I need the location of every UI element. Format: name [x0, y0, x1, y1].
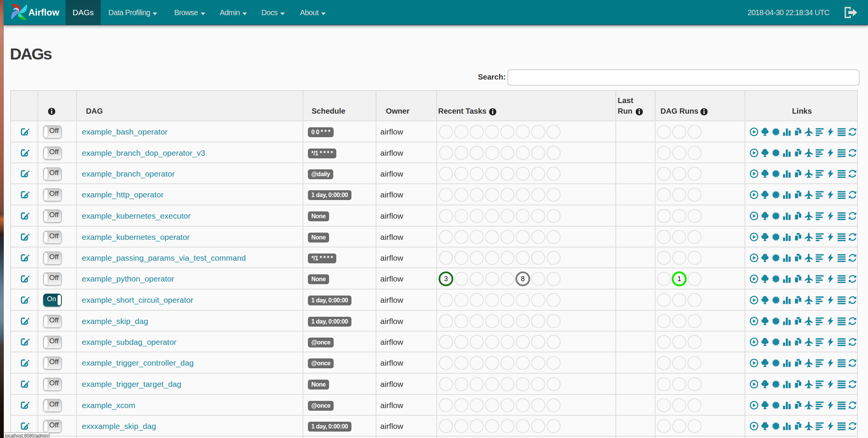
svg-text:3: 3 — [444, 275, 448, 283]
svg-text:1: 1 — [677, 275, 681, 283]
svg-text:8: 8 — [521, 275, 525, 283]
